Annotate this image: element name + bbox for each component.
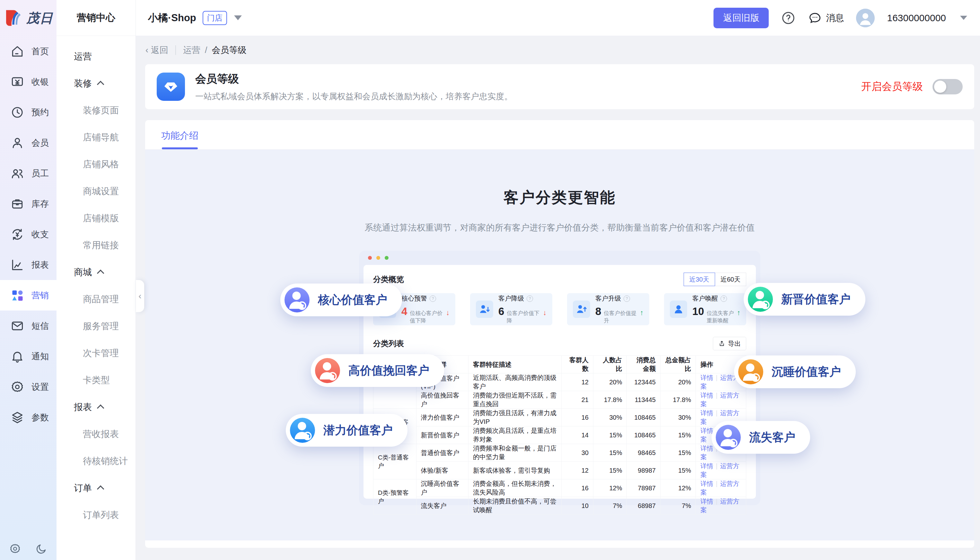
- menu-service-management[interactable]: 服务管理: [57, 313, 135, 340]
- help-icon[interactable]: [781, 11, 796, 25]
- chevron-left-icon: ‹: [145, 45, 148, 55]
- window-close-icon: [368, 256, 372, 260]
- banner-description: 一站式私域会员体系解决方案，以专属权益和会员成长激励为核心，培养客户忠实度。: [195, 91, 512, 102]
- clock-icon: [10, 105, 24, 120]
- menu-pending-writeoff-stats[interactable]: 待核销统计: [57, 448, 135, 475]
- stat-title: 客户降级: [498, 294, 524, 303]
- breadcrumb-back[interactable]: ‹返回: [145, 44, 168, 56]
- info-icon[interactable]: ?: [430, 295, 436, 302]
- menu-card-type[interactable]: 卡类型: [57, 367, 135, 394]
- menu-pass-card-management[interactable]: 次卡管理: [57, 340, 135, 367]
- info-icon[interactable]: ?: [720, 295, 727, 302]
- brand-logo-icon: [3, 8, 23, 28]
- menu-product-management[interactable]: 商品管理: [57, 286, 135, 313]
- bell-icon: [10, 349, 24, 363]
- stat-card-downgrade[interactable]: 客户降级? 6位客户价值下降↓: [470, 293, 552, 325]
- nav-home[interactable]: 首页: [0, 36, 57, 67]
- detail-link[interactable]: 详情: [700, 480, 713, 487]
- bubble-dormant-value-customer: 沉睡价值客户: [734, 355, 856, 388]
- mail-icon: [10, 319, 24, 333]
- detail-link[interactable]: 详情: [700, 462, 713, 470]
- messages-label: 消息: [826, 12, 844, 24]
- stat-desc: 位客户价值下降: [507, 310, 540, 324]
- menu-common-links[interactable]: 常用链接: [57, 232, 135, 259]
- table-row: D类-预警客户 沉睡高价值客户消费金额高，但长期未消费，流失风险高 1612% …: [373, 479, 746, 497]
- nav-marketing[interactable]: 营销: [0, 280, 57, 310]
- dark-mode-moon-icon[interactable]: [35, 543, 48, 555]
- menu-shop-style[interactable]: 店铺风格: [57, 151, 135, 178]
- stat-title: 客户升级: [595, 294, 621, 303]
- nav-sms[interactable]: 短信: [0, 310, 57, 341]
- nav-inventory[interactable]: 库存: [0, 188, 57, 219]
- person-down-icon: [476, 300, 493, 318]
- breadcrumb-section[interactable]: 运营: [183, 44, 200, 56]
- back-to-legacy-button[interactable]: 返回旧版: [713, 8, 769, 28]
- tab-feature-intro[interactable]: 功能介绍: [161, 129, 198, 149]
- shop-name[interactable]: 小橘·Shop: [148, 11, 196, 25]
- nav-cashier[interactable]: 收银: [0, 67, 57, 97]
- sidebar-collapse-handle[interactable]: ‹: [136, 280, 144, 312]
- window-zoom-icon: [385, 256, 388, 260]
- stat-card-wakeup[interactable]: 客户唤醒? 10位流失客户重新唤醒↑: [664, 293, 746, 325]
- range-30d-button[interactable]: 近30天: [683, 273, 715, 286]
- user-avatar[interactable]: [856, 9, 875, 27]
- detail-link[interactable]: 详情: [700, 409, 713, 417]
- info-icon[interactable]: ?: [527, 295, 533, 302]
- nav-finance[interactable]: 收支: [0, 219, 57, 250]
- menu-mall[interactable]: 商城: [57, 259, 135, 286]
- range-60d-button[interactable]: 近60天: [715, 273, 746, 286]
- account-caret-icon[interactable]: [960, 16, 967, 20]
- menu-report[interactable]: 报表: [57, 394, 135, 421]
- nav-settings[interactable]: 设置: [0, 372, 57, 402]
- banner-title: 会员等级: [195, 72, 512, 87]
- layers-icon: [10, 410, 24, 425]
- nav-reports[interactable]: 报表: [0, 250, 57, 280]
- member-level-toggle[interactable]: [932, 79, 963, 94]
- chevron-up-icon: [97, 405, 104, 412]
- nav-notifications[interactable]: 通知: [0, 341, 57, 372]
- info-icon[interactable]: ?: [623, 295, 630, 302]
- stat-value: 8: [595, 305, 601, 318]
- detail-link[interactable]: 详情: [700, 445, 713, 452]
- table-row: C类-普通客户 普通价值客户消费频率和金额一般，是门店的中坚力量 3015% 9…: [373, 444, 746, 462]
- box-icon: [10, 197, 24, 211]
- brand[interactable]: 茂日: [0, 0, 57, 36]
- brand-name: 茂日: [26, 9, 53, 27]
- yen-cycle-icon: [10, 227, 24, 242]
- trend-up-icon: ↑: [640, 308, 643, 317]
- menu-shop-template[interactable]: 店铺模版: [57, 205, 135, 232]
- detail-link[interactable]: 详情: [700, 374, 713, 381]
- menu-mall-settings[interactable]: 商城设置: [57, 178, 135, 205]
- detail-link[interactable]: 详情: [700, 427, 713, 434]
- shop-switch-caret-icon[interactable]: [234, 15, 242, 20]
- nav-members[interactable]: 会员: [0, 127, 57, 158]
- footer-gear-icon[interactable]: [9, 543, 21, 555]
- detail-link[interactable]: 详情: [700, 498, 713, 505]
- member-icon: [10, 136, 24, 150]
- nav-staff[interactable]: 员工: [0, 158, 57, 188]
- menu-shop-navigation[interactable]: 店铺导航: [57, 124, 135, 151]
- nav-booking[interactable]: 预约: [0, 97, 57, 127]
- overview-title: 分类概览: [373, 274, 404, 285]
- account-phone[interactable]: 16300000000: [887, 13, 946, 23]
- menu-operations[interactable]: 运营: [57, 43, 135, 70]
- bubble-lost-customer: 流失客户: [712, 421, 810, 454]
- nav-parameters[interactable]: 参数: [0, 402, 57, 433]
- table-row: 体验/新客新客或体验客，需引导复购 1215% 9898715% 详情|运营方案: [373, 462, 746, 479]
- menu-order-list[interactable]: 订单列表: [57, 502, 135, 528]
- menu-order[interactable]: 订单: [57, 475, 135, 502]
- stat-card-upgrade[interactable]: 客户升级? 8位客户价值提升↑: [567, 293, 649, 325]
- window-minimize-icon: [376, 256, 380, 260]
- staff-icon: [10, 166, 24, 180]
- menu-decoration-page[interactable]: 装修页面: [57, 97, 135, 124]
- bubble-potential-value-customer: 潜力价值客户: [286, 414, 407, 447]
- trend-down-icon: ↓: [543, 308, 547, 317]
- messages[interactable]: 消息: [808, 11, 844, 25]
- group-cell: C类-普通客户: [373, 444, 417, 479]
- trend-down-icon: ↓: [446, 308, 450, 317]
- menu-revenue-report[interactable]: 营收报表: [57, 421, 135, 448]
- detail-link[interactable]: 详情: [700, 392, 713, 399]
- message-bubble-icon: [808, 11, 822, 25]
- export-button[interactable]: 导出: [713, 337, 746, 350]
- menu-decoration[interactable]: 装修: [57, 70, 135, 97]
